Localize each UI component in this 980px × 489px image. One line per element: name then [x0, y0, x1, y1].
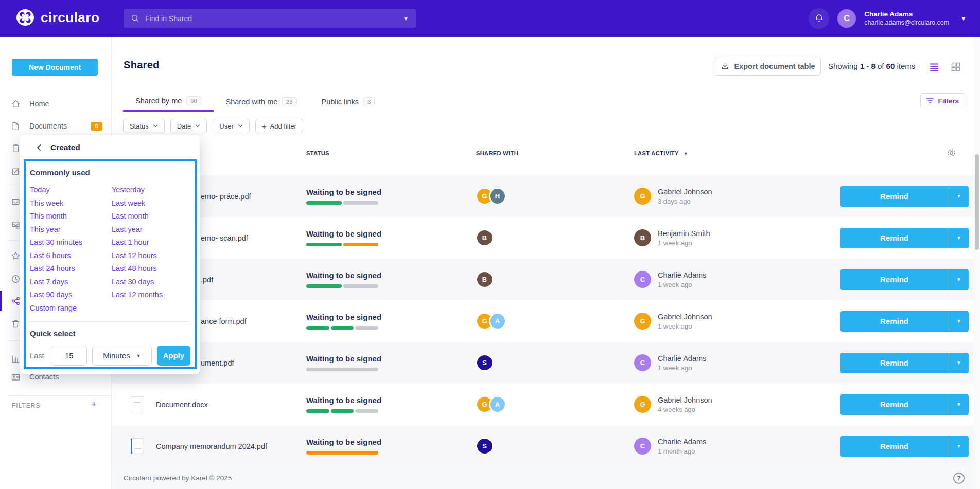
user-info[interactable]: Charlie Adams charlie.adams@circularo.co… — [864, 10, 949, 26]
shared-with-cell: GA — [476, 313, 634, 330]
table-settings-gear-icon[interactable] — [947, 148, 956, 158]
remind-split-button[interactable]: Remind ▼ — [840, 436, 969, 457]
add-filter-button[interactable]: +Add filter — [255, 119, 303, 133]
date-option-this-year[interactable]: This year — [30, 225, 112, 239]
remind-button[interactable]: Remind — [840, 436, 949, 457]
table-row[interactable]: Document.docx Waiting to be signed GA G … — [112, 384, 974, 425]
sidebar-item-document[interactable]: Documents0 — [0, 120, 112, 132]
user-menu-caret-icon[interactable]: ▼ — [960, 15, 967, 22]
last-activity-cell: G Gabriel Johnson 3 days ago — [634, 188, 828, 205]
remind-dropdown-caret[interactable]: ▼ — [949, 269, 969, 290]
quick-select-value-input[interactable] — [51, 346, 87, 366]
date-filter-popup: Created Commonly used TodayThis weekThis… — [20, 135, 200, 374]
date-option-last-week[interactable]: Last week — [112, 199, 163, 212]
filter-chip-user[interactable]: User — [213, 119, 249, 133]
status-label: Waiting to be signed — [306, 396, 476, 405]
date-option-last-year[interactable]: Last year — [112, 225, 163, 239]
remind-button[interactable]: Remind — [840, 186, 949, 207]
add-saved-filter-button[interactable]: + — [91, 399, 97, 410]
date-option-last-12-months[interactable]: Last 12 months — [112, 291, 163, 304]
remind-button[interactable]: Remind — [840, 311, 949, 332]
activity-time: 3 days ago — [658, 197, 712, 205]
remind-dropdown-caret[interactable]: ▼ — [949, 394, 969, 415]
date-option-last-24-hours[interactable]: Last 24 hours — [30, 264, 112, 278]
table-row[interactable]: ance form.pdf Waiting to be signed GA G … — [112, 300, 974, 342]
tab-public-links[interactable]: Public links 3 — [309, 92, 388, 112]
apply-button[interactable]: Apply — [157, 346, 190, 366]
last-activity-column-header[interactable]: LAST ACTIVITY▼ — [634, 148, 828, 157]
new-document-button[interactable]: New Document — [12, 59, 98, 76]
footer: Circularo powered by Karel © 2025 ? — [112, 467, 980, 489]
remind-button[interactable]: Remind — [840, 353, 949, 373]
date-option-last-6-hours[interactable]: Last 6 hours — [30, 251, 112, 265]
filter-chips-row: StatusDateUser+Add filter — [123, 119, 303, 133]
remind-dropdown-caret[interactable]: ▼ — [949, 353, 969, 373]
document-name-cell[interactable]: Company memorandum 2024.pdf — [112, 438, 306, 454]
tab-shared-with-me[interactable]: Shared with me 23 — [214, 92, 309, 112]
date-option-this-month[interactable]: This month — [30, 212, 112, 225]
download-icon — [721, 62, 729, 70]
date-option-last-month[interactable]: Last month — [112, 212, 163, 225]
remind-button[interactable]: Remind — [840, 269, 949, 290]
date-option-last-90-days[interactable]: Last 90 days — [30, 291, 112, 304]
filter-chip-status[interactable]: Status — [123, 119, 165, 133]
circularo-logo-icon — [15, 9, 35, 26]
shared-with-column-header[interactable]: SHARED WITH — [476, 150, 518, 156]
remind-dropdown-caret[interactable]: ▼ — [949, 228, 969, 248]
date-option-last-30-minutes[interactable]: Last 30 minutes — [30, 238, 112, 251]
grid-view-toggle[interactable] — [951, 62, 961, 72]
table-row[interactable]: emo- scan.pdf Waiting to be signed B B B… — [112, 217, 974, 259]
search-scope-caret-icon[interactable]: ▼ — [403, 15, 409, 22]
tab-shared-by-me[interactable]: Shared by me 60 — [123, 92, 214, 112]
back-chevron-icon[interactable] — [35, 143, 43, 152]
document-name-cell[interactable]: Document.docx — [112, 396, 306, 412]
filters-button[interactable]: Filters — [920, 93, 965, 108]
date-option-last-12-hours[interactable]: Last 12 hours — [112, 251, 163, 265]
search-bar[interactable]: ▼ — [124, 9, 416, 28]
shared-avatar[interactable]: B — [476, 271, 493, 288]
page-scrollbar[interactable] — [974, 37, 980, 489]
notifications-button[interactable] — [809, 8, 829, 29]
shared-avatar[interactable]: H — [489, 188, 506, 205]
user-avatar[interactable]: C — [837, 9, 856, 28]
date-option-last-30-days[interactable]: Last 30 days — [112, 278, 163, 291]
list-view-toggle[interactable] — [929, 62, 939, 72]
remind-button[interactable]: Remind — [840, 394, 949, 415]
date-option-today[interactable]: Today — [30, 186, 112, 199]
remind-split-button[interactable]: Remind ▼ — [840, 394, 969, 415]
help-button[interactable]: ? — [953, 473, 965, 484]
date-option-yesterday[interactable]: Yesterday — [112, 186, 163, 199]
remind-dropdown-caret[interactable]: ▼ — [949, 436, 969, 457]
remind-dropdown-caret[interactable]: ▼ — [949, 311, 969, 332]
remind-split-button[interactable]: Remind ▼ — [840, 269, 969, 290]
sidebar-item-home[interactable]: Home — [0, 98, 112, 110]
table-row[interactable]: Company memorandum 2024.pdf Waiting to b… — [112, 425, 974, 467]
remind-split-button[interactable]: Remind ▼ — [840, 228, 969, 248]
activity-user-name: Benjamin Smith — [658, 229, 710, 238]
remind-split-button[interactable]: Remind ▼ — [840, 311, 969, 332]
shared-avatar[interactable]: A — [489, 313, 506, 330]
remind-button[interactable]: Remind — [840, 228, 949, 248]
scrollbar-thumb[interactable] — [975, 154, 979, 250]
export-document-table-button[interactable]: Export document table — [715, 57, 821, 76]
date-option-last-7-days[interactable]: Last 7 days — [30, 278, 112, 291]
date-option-last-48-hours[interactable]: Last 48 hours — [112, 264, 163, 278]
status-column-header[interactable]: STATUS — [306, 150, 329, 156]
filter-chip-date[interactable]: Date — [170, 119, 207, 133]
shared-avatar[interactable]: B — [476, 229, 493, 246]
shared-avatar[interactable]: S — [476, 438, 493, 455]
date-option-this-week[interactable]: This week — [30, 199, 112, 212]
shared-avatar[interactable]: A — [489, 396, 506, 413]
search-input[interactable] — [145, 14, 403, 23]
table-row[interactable]: .pdf Waiting to be signed B C Charlie Ad… — [112, 259, 974, 300]
date-option-last-1-hour[interactable]: Last 1 hour — [112, 238, 163, 251]
shared-avatar[interactable]: S — [476, 354, 493, 371]
table-row[interactable]: ument.pdf Waiting to be signed S C Charl… — [112, 342, 974, 384]
date-option-custom-range[interactable]: Custom range — [30, 304, 112, 317]
remind-dropdown-caret[interactable]: ▼ — [949, 186, 969, 207]
table-row[interactable]: emo- práce.pdf Waiting to be signed GH G… — [112, 175, 974, 217]
remind-split-button[interactable]: Remind ▼ — [840, 353, 969, 373]
remind-split-button[interactable]: Remind ▼ — [840, 186, 969, 207]
brand-logo[interactable]: circularo — [15, 9, 99, 26]
quick-select-unit-dropdown[interactable]: Minutes ▼ — [92, 346, 151, 366]
